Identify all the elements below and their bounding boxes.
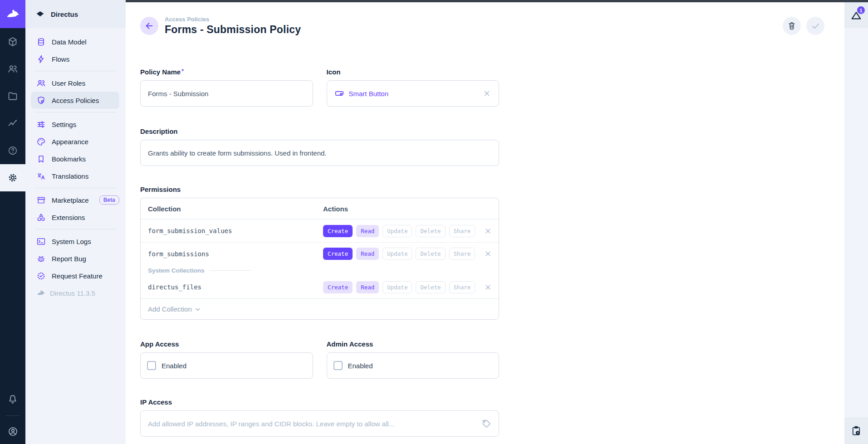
- module-bar: [0, 0, 25, 444]
- directus-logo[interactable]: [0, 0, 25, 28]
- table-row: directus_files Create Read Update Delete…: [141, 276, 499, 298]
- page-title: Forms - Submission Policy: [165, 24, 301, 36]
- chevron-down-icon: [194, 305, 202, 313]
- sidebar-item-request-feature[interactable]: Request Feature: [31, 267, 119, 284]
- action-read-badge[interactable]: Read: [356, 281, 379, 293]
- module-help[interactable]: [0, 137, 25, 164]
- action-read-badge[interactable]: Read: [356, 225, 379, 237]
- icon-label: Icon: [327, 68, 500, 76]
- notifications-button[interactable]: [0, 385, 25, 413]
- sidebar-item-flows[interactable]: Flows: [31, 50, 119, 68]
- action-share-badge[interactable]: Share: [449, 248, 476, 260]
- policy-name-input[interactable]: [148, 90, 305, 98]
- description-input[interactable]: [148, 149, 491, 157]
- table-row: form_submission_values Create Read Updat…: [141, 220, 499, 242]
- palette-icon: [36, 137, 46, 146]
- sidebar-item-data-model[interactable]: Data Model: [31, 33, 119, 50]
- admin-access-checkbox-label[interactable]: Enabled: [348, 362, 373, 370]
- main-content: Access Policies Forms - Submission Polic…: [126, 2, 844, 444]
- module-files[interactable]: [0, 83, 25, 110]
- admin-access-checkbox[interactable]: [333, 361, 343, 370]
- remove-row-button[interactable]: [484, 227, 492, 235]
- action-update-badge[interactable]: Update: [383, 281, 412, 293]
- action-create-badge[interactable]: Create: [323, 281, 353, 293]
- rabbit-version-icon: [36, 288, 45, 298]
- admin-access-field-group: Admin Access Enabled: [327, 340, 500, 379]
- permissions-section: Permissions Collection Actions form_subm…: [140, 185, 499, 320]
- insights-icon: [7, 118, 18, 129]
- policy-name-label: Policy Name*: [140, 68, 313, 76]
- trash-icon: [787, 21, 797, 31]
- app-access-label: App Access: [140, 340, 313, 348]
- beta-badge: Beta: [99, 195, 119, 205]
- icon-clear-button[interactable]: [482, 89, 491, 98]
- ip-access-input[interactable]: [148, 420, 481, 428]
- bell-icon: [7, 394, 18, 405]
- terminal-icon: [36, 237, 46, 246]
- action-update-badge[interactable]: Update: [383, 248, 412, 260]
- action-delete-badge[interactable]: Delete: [416, 248, 445, 260]
- policy-form: Policy Name* Icon Smart Button: [140, 68, 499, 437]
- clipboard-clock-icon: [851, 425, 862, 436]
- permissions-header-row: Collection Actions: [141, 198, 499, 220]
- project-header[interactable]: Directus: [25, 0, 126, 28]
- action-create-badge[interactable]: Create: [323, 248, 353, 260]
- sidebar-item-access-policies[interactable]: Access Policies: [31, 92, 119, 109]
- sidebar-item-bookmarks[interactable]: Bookmarks: [31, 150, 119, 167]
- icon-select[interactable]: Smart Button: [327, 80, 500, 107]
- breadcrumb[interactable]: Access Policies: [165, 16, 301, 23]
- help-icon: [7, 145, 18, 156]
- sidebar-item-user-roles[interactable]: User Roles: [31, 74, 119, 92]
- bug-icon: [36, 254, 46, 263]
- remove-row-button[interactable]: [484, 249, 492, 258]
- close-icon: [482, 89, 491, 98]
- back-button[interactable]: [140, 17, 158, 35]
- close-icon: [484, 227, 492, 235]
- action-update-badge[interactable]: Update: [383, 225, 412, 237]
- app-access-field-group: App Access Enabled: [140, 340, 313, 379]
- database-icon: [36, 37, 46, 47]
- module-insights[interactable]: [0, 110, 25, 137]
- sidebar-item-extensions[interactable]: Extensions: [31, 209, 119, 226]
- required-marker: *: [181, 68, 184, 74]
- project-diamond-icon: [35, 10, 45, 19]
- system-collections-divider: System Collections: [141, 265, 499, 276]
- notifications-panel-button[interactable]: 1: [844, 2, 868, 28]
- action-share-badge[interactable]: Share: [449, 281, 476, 293]
- app-access-checkbox[interactable]: [147, 361, 156, 370]
- sidebar-item-settings[interactable]: Settings: [31, 116, 119, 133]
- policy-name-field-group: Policy Name*: [140, 68, 313, 107]
- translate-icon: [36, 171, 46, 181]
- action-create-badge[interactable]: Create: [323, 225, 353, 237]
- sidebar-item-appearance[interactable]: Appearance: [31, 133, 119, 150]
- feature-seal-icon: [36, 271, 46, 281]
- rabbit-logo-icon: [5, 7, 20, 21]
- module-users[interactable]: [0, 55, 25, 83]
- description-field-group: Description: [140, 127, 499, 166]
- cube-icon: [7, 36, 18, 47]
- user-roles-icon: [36, 78, 46, 88]
- action-delete-badge[interactable]: Delete: [416, 225, 445, 237]
- description-label: Description: [140, 127, 499, 135]
- save-button[interactable]: [806, 17, 824, 35]
- page-header: Access Policies Forms - Submission Polic…: [126, 2, 844, 48]
- action-read-badge[interactable]: Read: [356, 248, 379, 260]
- add-collection-button[interactable]: Add Collection: [141, 298, 499, 319]
- account-button[interactable]: [0, 419, 25, 444]
- sidebar-item-report-bug[interactable]: Report Bug: [31, 250, 119, 267]
- sidebar-item-marketplace[interactable]: Marketplace Beta: [31, 191, 119, 209]
- revisions-panel-button[interactable]: [844, 417, 868, 444]
- sidebar-item-system-logs[interactable]: System Logs: [31, 233, 119, 250]
- settings-gear-icon: [7, 172, 18, 183]
- action-share-badge[interactable]: Share: [449, 225, 476, 237]
- nav-divider: [34, 188, 116, 188]
- close-icon: [484, 249, 492, 258]
- delete-button[interactable]: [783, 17, 801, 35]
- remove-row-button[interactable]: [484, 283, 492, 292]
- sidebar-item-translations[interactable]: Translations: [31, 167, 119, 185]
- app-access-checkbox-label[interactable]: Enabled: [162, 362, 186, 370]
- version-row[interactable]: Directus 11.3.5: [25, 284, 126, 302]
- module-settings[interactable]: [0, 164, 25, 191]
- action-delete-badge[interactable]: Delete: [416, 281, 445, 293]
- module-content[interactable]: [0, 28, 25, 55]
